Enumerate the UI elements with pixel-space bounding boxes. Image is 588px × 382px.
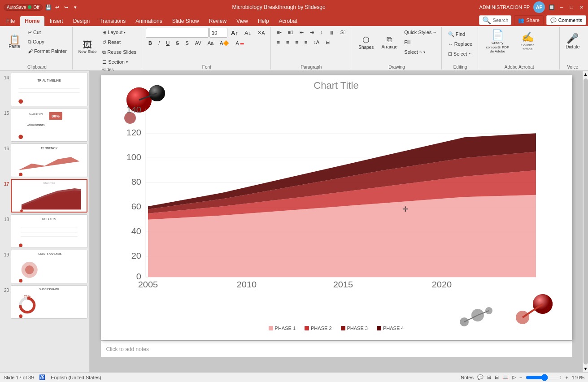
zoom-slider[interactable] <box>526 374 562 381</box>
align-right-button[interactable]: ≡ <box>292 38 301 47</box>
case-button[interactable]: Aa <box>205 39 216 48</box>
text-direction-button[interactable]: ↕A <box>311 38 322 47</box>
comments-button[interactable]: 💬 Comments <box>546 15 586 25</box>
zoom-out-icon[interactable]: − <box>519 375 522 380</box>
copy-button[interactable]: ⧉Copy <box>25 37 70 46</box>
reading-view-icon[interactable]: 📖 <box>502 374 509 380</box>
cut-button[interactable]: ✂Cut <box>25 28 70 37</box>
italic-button[interactable]: I <box>156 39 162 48</box>
slide-thumb-15[interactable]: 15 80% SAMPLE SIZE ACHIEVEMENTS <box>2 108 87 142</box>
request-signatures-button[interactable]: ✍ Solicitar firmas <box>514 30 541 53</box>
normal-view-icon[interactable]: ⊞ <box>487 374 491 380</box>
slide-main[interactable]: Chart Title <box>101 75 572 340</box>
ribbon-tabs: File Home Insert Design Transitions Anim… <box>0 14 588 26</box>
quick-styles-button[interactable]: Quick Styles ~ <box>401 28 439 37</box>
arrange-button[interactable]: ⧉ Arrange <box>378 34 401 51</box>
ribbon-display-icon[interactable]: 🔲 <box>549 4 555 10</box>
slide-thumb-18[interactable]: 18 RESULTS <box>2 214 87 248</box>
reset-button[interactable]: ↺Reset <box>100 38 139 47</box>
shapes-button[interactable]: ⬡ Shapes <box>355 34 377 51</box>
autosave-dot <box>28 5 31 9</box>
replace-button[interactable]: ↔Replace <box>445 39 475 48</box>
smart-art-button[interactable]: S⃣ <box>338 28 348 37</box>
font-family-selector[interactable] <box>146 28 209 38</box>
scroll-up-btn[interactable]: ▲ <box>584 72 588 77</box>
shadow-button[interactable]: S <box>183 39 191 48</box>
outdent-button[interactable]: ⇤ <box>297 28 306 37</box>
tab-design[interactable]: Design <box>69 16 94 26</box>
minimize-icon[interactable]: ─ <box>558 4 565 10</box>
slide-thumb-17[interactable]: 17 Chart Title <box>2 179 87 213</box>
justify-button[interactable]: ≡ <box>302 38 310 47</box>
autosave-badge[interactable]: AutoSave Off <box>4 4 43 11</box>
align-left-button[interactable]: ≡ <box>274 38 283 47</box>
spacing-button[interactable]: AV <box>192 39 204 48</box>
strikethrough-button[interactable]: S <box>173 39 182 48</box>
tab-slideshow[interactable]: Slide Show <box>168 16 204 26</box>
line-spacing-button[interactable]: ↕ <box>318 28 326 37</box>
tab-help[interactable]: Help <box>253 16 274 26</box>
notes-btn[interactable]: Notes <box>461 375 474 380</box>
select-edit-button[interactable]: ⊡Select ~ <box>445 49 475 58</box>
underline-button[interactable]: U <box>163 39 172 48</box>
redo-icon[interactable]: ↪ <box>63 4 70 10</box>
find-button[interactable]: 🔍Find <box>445 30 475 39</box>
tab-file[interactable]: File <box>2 16 19 26</box>
scroll-thumb[interactable] <box>584 78 588 365</box>
accessibility-icon[interactable]: ♿ <box>39 374 45 380</box>
slide-thumb-20[interactable]: 20 SUCCESS RATE 75% <box>2 285 87 319</box>
dictate-button[interactable]: 🎤 Dictate <box>563 31 582 51</box>
select-button[interactable]: Select ~ ▾ <box>401 48 439 56</box>
slide-sorter-icon[interactable]: ⊟ <box>495 374 499 380</box>
tab-transitions[interactable]: Transitions <box>95 16 130 26</box>
font-increase-button[interactable]: A↑ <box>228 28 241 37</box>
save-icon[interactable]: 💾 <box>45 4 52 10</box>
close-icon[interactable]: ✕ <box>578 4 584 10</box>
tab-insert[interactable]: Insert <box>45 16 68 26</box>
svg-text:TRIAL TIMELINE: TRIAL TIMELINE <box>37 79 61 82</box>
text-columns-button[interactable]: ⊟ <box>323 38 332 47</box>
slideshow-icon[interactable]: ▷ <box>512 374 516 380</box>
slide-thumb-16[interactable]: 16 TENDENCY <box>2 143 87 177</box>
slide-thumb-19[interactable]: 19 RESULTS ANALYSIS <box>2 250 87 283</box>
tab-acrobat[interactable]: Acrobat <box>274 16 302 26</box>
indent-button[interactable]: ⇥ <box>307 28 317 37</box>
scroll-down-btn[interactable]: ▼ <box>584 366 588 371</box>
right-scrollbar[interactable]: ▲ ▼ <box>583 71 588 372</box>
format-painter-button[interactable]: 🖌Format Painter <box>25 47 70 56</box>
editing-label: Editing <box>445 64 475 69</box>
font-size-input[interactable]: 10 <box>209 28 227 38</box>
layout-button[interactable]: ⊞Layout▾ <box>100 28 139 37</box>
paste-button[interactable]: 📋 Paste <box>4 34 24 50</box>
clear-formatting-button[interactable]: ✕A <box>255 28 267 37</box>
share-button[interactable]: 👥 Share <box>514 15 543 25</box>
user-avatar[interactable]: AF <box>533 1 545 13</box>
numbering-button[interactable]: ≡1 <box>285 28 296 37</box>
notes-area[interactable]: Click to add notes <box>101 341 572 357</box>
font-decrease-button[interactable]: A↓ <box>242 28 254 37</box>
tab-view[interactable]: View <box>232 16 253 26</box>
columns-button[interactable]: ⫼ <box>327 28 337 37</box>
align-center-button[interactable]: ≡ <box>283 38 292 47</box>
font-color-button[interactable]: A▬ <box>233 39 246 48</box>
maximize-icon[interactable]: □ <box>568 4 575 10</box>
svg-text:SUCCESS RATE: SUCCESS RATE <box>39 288 59 291</box>
section-button[interactable]: ☰Section▾ <box>100 57 139 66</box>
customize-icon[interactable]: ▾ <box>72 4 78 10</box>
new-slide-button[interactable]: 🖼 New Slide <box>76 39 99 55</box>
zoom-in-icon[interactable]: + <box>565 375 568 380</box>
shape-fill-button[interactable]: Fill <box>401 38 439 47</box>
search-box[interactable]: 🔍 Search <box>479 15 512 25</box>
reuse-slides-button[interactable]: ⧉Reuse Slides <box>100 48 139 56</box>
tab-animations[interactable]: Animations <box>131 16 166 26</box>
tab-review[interactable]: Review <box>205 16 231 26</box>
undo-icon[interactable]: ↩ <box>54 4 61 10</box>
bold-button[interactable]: B <box>146 39 155 48</box>
create-pdf-button[interactable]: 📄 Crear y compartir PDF de Adobe <box>482 28 513 55</box>
text-highlight-button[interactable]: A🔶 <box>217 39 232 48</box>
tab-home[interactable]: Home <box>20 16 44 26</box>
comments-status-icon[interactable]: 💬 <box>477 374 483 380</box>
bullets-button[interactable]: ≡• <box>274 28 284 37</box>
svg-text:100: 100 <box>126 153 141 162</box>
slide-thumb-14[interactable]: 14 TRIAL TIMELINE <box>2 73 87 106</box>
